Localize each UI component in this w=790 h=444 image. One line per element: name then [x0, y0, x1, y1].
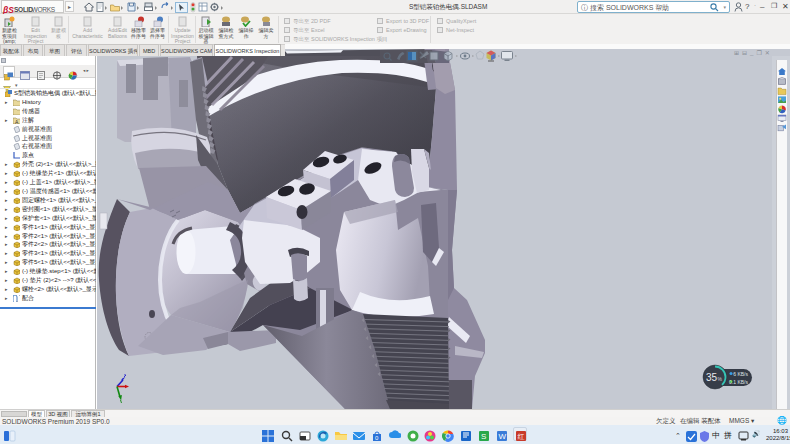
svg-text:SOLID: SOLID [14, 6, 33, 13]
svg-text:W: W [499, 432, 507, 441]
svg-text:%: % [718, 376, 723, 382]
svg-text:βS: βS [2, 5, 14, 15]
svg-text:0.1 KB/s: 0.1 KB/s [729, 379, 748, 385]
svg-text:红: 红 [517, 433, 524, 440]
svg-text:35: 35 [706, 372, 718, 383]
svg-text:WORKS: WORKS [32, 6, 56, 13]
svg-text:S: S [481, 432, 486, 441]
svg-text:6 KB/s: 6 KB/s [733, 371, 748, 377]
